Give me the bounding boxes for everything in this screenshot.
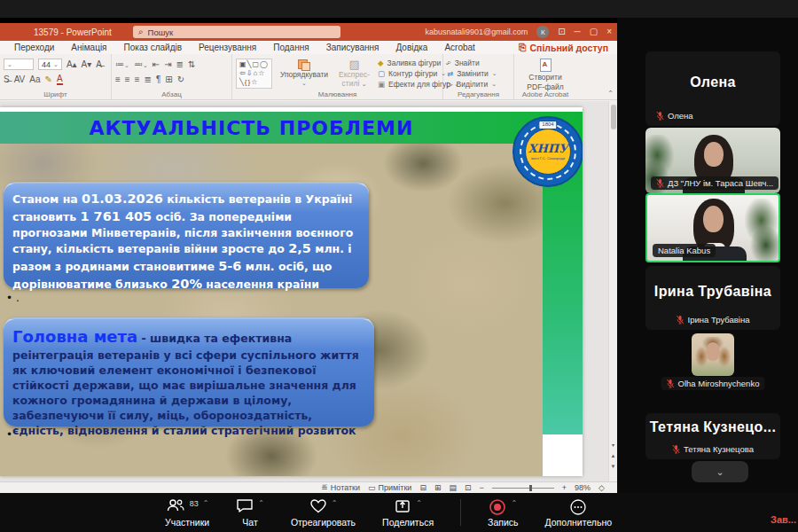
tab-animations[interactable]: Анімація [71,43,106,52]
replace-button[interactable]: ⇄Замінити⌄ [447,69,510,78]
text-direction-button[interactable]: ¶ [156,74,160,84]
participant-tile[interactable]: ДЗ "ЛНУ ім. Тараса Шевч... [645,128,780,193]
zoom-in-button[interactable]: + [562,483,567,492]
increase-indent-button[interactable]: ⇥ [164,59,171,69]
font-color-button[interactable]: A [57,74,63,85]
mic-off-icon [672,444,680,454]
zoom-level[interactable]: 98% [575,483,591,492]
text-highlight-button[interactable]: ✎ [45,74,52,84]
tab-transitions[interactable]: Переходи [14,43,54,52]
ribbon-content: ⌄ 44⌄ A▴ A▾ A̶ S̶ AV Aa ✎ A Шрифт [0,54,617,100]
editing-group-label: Редагування [443,90,513,98]
participant-tile[interactable]: Ірина Трубавіна Ірина Трубавіна [645,266,780,330]
arrange-icon [298,59,310,71]
fit-slide-button[interactable]: ◇ [598,483,605,492]
collapse-notes-icon[interactable]: ▾ [612,442,614,448]
share-document-button[interactable]: ⎘ Спільний доступ [519,42,608,53]
react-button[interactable]: ⌃ Отреагировать [291,498,356,528]
font-size-box[interactable]: 44⌄ [38,59,62,70]
paragraph-group: ≔⌄ ≕⌄ ⇤ ⇥ ≣ ⇅ ≡ ≡ ≡ ≣ ¶ ⊞ ↻ Абзац [112,54,232,99]
collapse-ribbon-button[interactable]: ⌃ [607,90,614,98]
ribbon-display-options-button[interactable]: ⊡ [558,27,565,36]
comments-button[interactable]: ▭Примітки [368,483,411,492]
clear-formatting-button[interactable]: A̶ [96,59,102,69]
search-input[interactable] [148,27,335,37]
scrollbar-thumb[interactable] [611,105,616,129]
slide-bullet: • [6,428,12,441]
shrink-font-button[interactable]: A▾ [82,59,92,69]
account-avatar[interactable]: К [536,26,549,38]
scroll-participants-button[interactable]: ⌄ [692,461,748,482]
zoom-out-button[interactable]: − [480,483,484,492]
zoom-slider-thumb[interactable] [529,485,532,491]
text-box-button[interactable]: ⊞ [165,74,172,84]
participant-tile[interactable]: Olha Miroshnychenko [645,332,780,394]
justify-button[interactable]: ≣ [145,74,152,84]
tab-review[interactable]: Рецензування [199,43,256,52]
more-button[interactable]: Дополнительно [545,498,613,528]
tab-help[interactable]: Довідка [395,43,427,52]
strikethrough-button[interactable]: S̶ [4,74,10,84]
chevron-up-icon[interactable]: ⌃ [203,499,209,507]
shapes-gallery[interactable]: ▣╲▢◯ ⇦⇩⌂☆ ╲{}☆ [236,59,272,89]
align-right-button[interactable]: ≡ [135,74,140,84]
tab-recording[interactable]: Записування [326,43,379,52]
font-name-box[interactable]: ⌄ [4,59,34,70]
participant-tile[interactable]: Тетяна Кузнецо... Тетяна Кузнецова [645,413,780,459]
ribbon-search[interactable]: ⌕ [133,26,340,38]
quick-styles-button[interactable]: ▨ Експрес- стилі ⌄ [336,58,372,90]
align-center-button[interactable]: ≡ [125,74,130,84]
main-goal-textbox[interactable]: Головна мета - швидка та ефективна реінт… [4,317,374,426]
view-reading-button[interactable]: ▤ [449,483,457,492]
line-spacing-button[interactable]: ≣ [176,59,184,69]
slide-canvas[interactable]: АКТУАЛЬНІСТЬ ПРОБЛЕМИ 1804 ХНПУ імені Г.… [0,107,583,476]
slide-bullet: • . [6,292,20,304]
chevron-up-icon[interactable]: ⌃ [258,499,264,507]
share-screen-icon [394,498,411,513]
record-button[interactable]: ⌃ Запись [488,498,518,528]
chevron-up-icon[interactable]: ⌃ [416,499,422,507]
meeting-top-strip [0,0,798,18]
sort-button[interactable]: ⇅ [188,59,195,69]
vertical-scrollbar[interactable]: ▾ ▲ ▼ [608,101,617,481]
arrange-button[interactable]: Упорядкувати ⌄ [278,59,331,88]
find-button[interactable]: ⌕Знайти [447,58,510,67]
previous-slide-button[interactable]: ▲ [611,453,616,458]
view-slide-sorter-button[interactable]: ⊞ [434,483,442,492]
active-speaker-tile[interactable]: Natalia Kabus [645,193,780,262]
numbering-button[interactable]: ≕⌄ [134,59,148,69]
change-case-button[interactable]: Aa [29,74,40,84]
restore-button[interactable]: ▢ [590,27,598,36]
editing-group: ⌕Знайти ⇄Замінити⌄ ▷Виділити⌄ Редагуванн… [443,54,514,99]
chat-button[interactable]: ⌃ Чат [236,498,264,528]
tab-slideshow[interactable]: Показ слайдів [124,43,183,52]
zoom-slider[interactable] [492,488,554,489]
share-icon: ⎘ [519,42,526,53]
share-screen-button[interactable]: ⌃ Поделиться [382,498,434,528]
view-slideshow-button[interactable]: ⊡ [465,483,472,492]
tab-view[interactable]: Подання [273,43,309,52]
select-button[interactable]: ▷Виділити⌄ [447,80,510,89]
create-pdf-button[interactable]: Створити PDF-файл [518,57,573,93]
notes-button[interactable]: ≝Нотатки [321,483,360,492]
bullets-button[interactable]: ≔⌄ [115,59,129,69]
next-slide-button[interactable]: ▼ [611,464,616,469]
align-left-button[interactable]: ≡ [115,74,121,84]
grow-font-button[interactable]: A▴ [66,59,77,69]
chevron-up-icon[interactable]: ⌃ [332,499,338,507]
end-meeting-button[interactable]: Зав... [771,514,796,525]
character-spacing-button[interactable]: AV [14,74,26,84]
notes-icon: ≝ [321,483,328,492]
view-normal-button[interactable]: ⊟ [419,483,426,492]
heart-icon [309,498,327,513]
participant-tile[interactable]: Олена Олена [645,51,780,126]
close-button[interactable]: × [606,27,612,36]
convert-smartart-button[interactable]: ↻ [177,74,184,84]
chevron-up-icon[interactable]: ⌃ [511,499,517,507]
tab-acrobat[interactable]: Acrobat [444,43,474,52]
minimize-button[interactable]: ─ [575,27,581,36]
participants-button[interactable]: 83 ⌃ Участники [165,498,209,528]
decrease-indent-button[interactable]: ⇤ [153,59,160,69]
replace-icon: ⇄ [447,69,453,78]
statistics-textbox[interactable]: Станом на 01.03.2026 кількість ветеранів… [4,182,369,288]
